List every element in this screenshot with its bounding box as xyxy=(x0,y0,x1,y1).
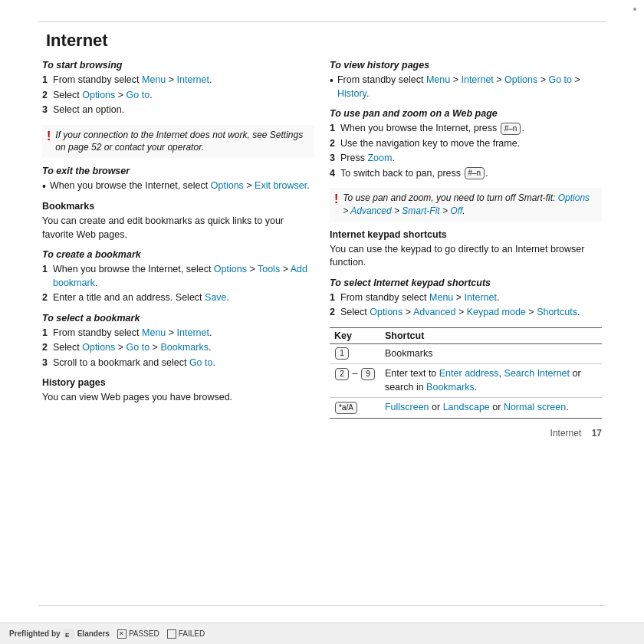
page-footer: Internet 17 xyxy=(330,428,602,439)
list-item: 2 Use the navigation key to move the fra… xyxy=(330,137,602,151)
heading-pan-zoom: To use pan and zoom on a Web page xyxy=(330,108,602,119)
left-column: To start browsing 1 From standby select … xyxy=(42,60,314,602)
note-smartfit: ! To use pan and zoom, you need to turn … xyxy=(330,188,602,222)
heading-keypad-shortcuts: Internet keypad shortcuts xyxy=(330,229,602,240)
table-cell-shortcut: Enter text to Enter address, Search Inte… xyxy=(380,364,602,398)
page-container: Internet To start browsing 1 From standb… xyxy=(0,0,644,644)
section-select-shortcuts: To select Internet keypad shortcuts 1 Fr… xyxy=(330,278,602,320)
warning-icon-2: ! xyxy=(334,192,338,218)
section-bookmarks: Bookmarks You can create and edit bookma… xyxy=(42,201,314,242)
select-bookmark-list: 1 From standby select Menu > Internet. 2… xyxy=(42,327,314,370)
list-item: 2 Select Options > Go to. xyxy=(42,89,314,103)
bookmarks-body: You can create and edit bookmarks as qui… xyxy=(42,215,314,242)
table-cell-key: 1 xyxy=(330,343,380,364)
preflighted-bar: Preflighted by E Elanders ✕ PASSED FAILE… xyxy=(0,623,644,644)
table-cell-shortcut: Fullscreen or Landscape or Normal screen… xyxy=(380,398,602,419)
section-start-browsing: To start browsing 1 From standby select … xyxy=(42,60,314,117)
start-browsing-list: 1 From standby select Menu > Internet. 2… xyxy=(42,74,314,117)
warning-icon: ! xyxy=(47,129,51,155)
list-item: 4 To switch back to pan, press #–n. xyxy=(330,167,602,181)
heading-create-bookmark: To create a bookmark xyxy=(42,249,314,260)
list-item: 3 Scroll to a bookmark and select Go to. xyxy=(42,356,314,370)
elanders-logo-icon: E xyxy=(64,629,74,639)
svg-text:E: E xyxy=(65,632,70,639)
key-hash-n: #–n xyxy=(501,123,521,135)
history-body: You can view Web pages you have browsed. xyxy=(42,391,314,405)
list-item: 1 From standby select Menu > Internet. xyxy=(42,327,314,340)
page-title: Internet xyxy=(46,31,602,51)
exit-browser-list: • When you browse the Internet, select O… xyxy=(42,179,314,193)
passed-checkbox: ✕ xyxy=(117,629,127,639)
key-9-icon: 9 xyxy=(361,368,375,380)
list-item: 2 Select Options > Go to > Bookmarks. xyxy=(42,341,314,355)
note-connection-text: If your connection to the Internet does … xyxy=(55,129,310,155)
keypad-shortcuts-body: You can use the keypad to go directly to… xyxy=(330,243,602,270)
failed-badge: FAILED xyxy=(167,629,205,639)
note-smartfit-text: To use pan and zoom, you need to turn of… xyxy=(343,192,597,218)
list-item: 2 Enter a title and an address. Select S… xyxy=(42,291,314,305)
view-history-list: • From standby select Menu > Internet > … xyxy=(330,74,602,100)
page-number-value: 17 xyxy=(592,428,602,439)
section-view-history: To view history pages • From standby sel… xyxy=(330,60,602,100)
right-column: To view history pages • From standby sel… xyxy=(330,60,602,602)
table-row: 1 Bookmarks xyxy=(330,343,602,364)
key-hash-n-2: #–n xyxy=(465,167,485,179)
select-shortcuts-list: 1 From standby select Menu > Internet. 2… xyxy=(330,291,602,320)
table-row: *a/A Fullscreen or Landscape or Normal s… xyxy=(330,398,602,419)
list-item: 2 Select Options > Advanced > Keypad mod… xyxy=(330,306,602,320)
footer-section-label: Internet xyxy=(550,428,582,439)
top-border xyxy=(38,21,606,22)
heading-select-bookmark: To select a bookmark xyxy=(42,313,314,324)
section-exit-browser: To exit the browser • When you browse th… xyxy=(42,166,314,193)
list-item: 1 From standby select Menu > Internet. xyxy=(330,291,602,305)
two-column-layout: To start browsing 1 From standby select … xyxy=(42,60,602,602)
note-connection: ! If your connection to the Internet doe… xyxy=(42,125,314,159)
key-star-icon: *a/A xyxy=(335,402,357,414)
section-history: History pages You can view Web pages you… xyxy=(42,377,314,405)
create-bookmark-list: 1 When you browse the Internet, select O… xyxy=(42,263,314,305)
failed-checkbox xyxy=(167,629,176,639)
corner-decoration xyxy=(633,8,636,11)
passed-label: PASSED xyxy=(129,629,159,638)
preflighted-logo: Preflighted by E Elanders xyxy=(9,629,110,639)
shortcut-table: Key Shortcut 1 Bookmarks xyxy=(330,327,602,419)
heading-bookmarks: Bookmarks xyxy=(42,201,314,212)
heading-exit-browser: To exit the browser xyxy=(42,166,314,176)
heading-select-shortcuts: To select Internet keypad shortcuts xyxy=(330,278,602,288)
preflighted-label: Preflighted by xyxy=(9,629,61,638)
section-keypad-shortcuts: Internet keypad shortcuts You can use th… xyxy=(330,229,602,270)
bottom-border xyxy=(38,605,606,606)
table-row: 2 – 9 Enter text to Enter address, Searc… xyxy=(330,364,602,398)
section-create-bookmark: To create a bookmark 1 When you browse t… xyxy=(42,249,314,305)
list-item: • When you browse the Internet, select O… xyxy=(42,179,314,193)
heading-history: History pages xyxy=(42,377,314,388)
list-item: 1 When you browse the Internet, select O… xyxy=(42,263,314,290)
heading-start-browsing: To start browsing xyxy=(42,60,314,71)
brand-name: Elanders xyxy=(77,629,110,638)
list-item: 3 Select an option. xyxy=(42,104,314,117)
heading-view-history: To view history pages xyxy=(330,60,602,71)
content-area: Internet To start browsing 1 From standb… xyxy=(42,31,602,602)
list-item: 1 When you browse the Internet, press #–… xyxy=(330,122,602,136)
table-header-key: Key xyxy=(330,327,380,343)
section-pan-zoom: To use pan and zoom on a Web page 1 When… xyxy=(330,108,602,180)
pan-zoom-list: 1 When you browse the Internet, press #–… xyxy=(330,122,602,180)
bullet-icon: • xyxy=(42,179,46,193)
table-cell-key: *a/A xyxy=(330,398,380,419)
key-1-icon: 1 xyxy=(335,347,349,360)
bullet-icon: • xyxy=(330,74,334,100)
section-select-bookmark: To select a bookmark 1 From standby sele… xyxy=(42,313,314,370)
passed-badge: ✕ PASSED xyxy=(117,629,159,639)
list-item: 1 From standby select Menu > Internet. xyxy=(42,74,314,87)
table-header-shortcut: Shortcut xyxy=(380,327,602,343)
table-cell-shortcut: Bookmarks xyxy=(380,343,602,364)
table-cell-key: 2 – 9 xyxy=(330,364,380,398)
key-2-icon: 2 xyxy=(335,368,349,380)
list-item: 3 Press Zoom. xyxy=(330,152,602,166)
failed-label: FAILED xyxy=(179,629,205,638)
list-item: • From standby select Menu > Internet > … xyxy=(330,74,602,100)
